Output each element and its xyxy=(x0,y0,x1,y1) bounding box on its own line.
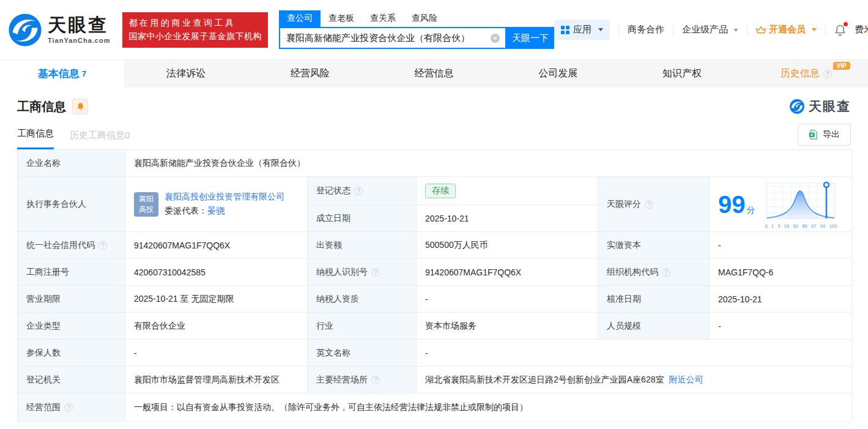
search-button[interactable]: 天眼一下 xyxy=(506,27,554,49)
help-icon[interactable] xyxy=(662,268,670,277)
table-row: 统一社会信用代码 91420607MAG1F7QQ6X 出资额 500500万人… xyxy=(18,232,851,259)
divider xyxy=(618,25,619,35)
user-menu[interactable]: 费米 xyxy=(855,24,868,35)
tab-history-info[interactable]: VIP 历史信息 xyxy=(744,60,868,88)
chevron-down-icon xyxy=(733,29,738,32)
executive-partner-cell: 襄阳 高投 襄阳高投创业投资管理有限公司 委派代表：晏骁 xyxy=(125,177,308,231)
table-row: 经营范围 一般项目：以自有资金从事投资活动。（除许可业务外，可自主依法经营法律法… xyxy=(18,394,851,421)
field-label: 主要经营场所 xyxy=(308,367,417,393)
partner-company-link[interactable]: 襄阳高投创业投资管理有限公司 xyxy=(165,192,284,203)
section-header: 工商信息 天眼查 xyxy=(0,88,868,115)
tab-intellectual-property[interactable]: 知识产权 xyxy=(620,60,744,88)
tab-basic-info[interactable]: 基本信息 7 xyxy=(0,60,124,88)
staff-size-value: - xyxy=(710,313,851,339)
field-label: 统一社会信用代码 xyxy=(18,232,125,258)
enterprise-label: 企业级产品 xyxy=(682,24,728,34)
company-type-value: 有限合伙企业 xyxy=(125,313,308,339)
divider xyxy=(825,25,826,35)
tab-legal-proceedings[interactable]: 法律诉讼 xyxy=(124,60,248,88)
notifications-bell-icon[interactable] xyxy=(834,24,846,36)
tab-label: 知识产权 xyxy=(662,67,702,80)
apps-menu-button[interactable]: 应用 xyxy=(554,20,610,40)
score-tick: 0 xyxy=(765,223,768,229)
logo-name: 天眼查 xyxy=(48,16,110,34)
field-label: 纳税人识别号 xyxy=(308,259,417,285)
search-tab-boss[interactable]: 查老板 xyxy=(321,10,362,27)
taxpayer-id-value: 91420607MAG1F7QQ6X xyxy=(417,259,598,285)
score-tick: 97 xyxy=(811,223,817,229)
field-label: 组织机构代码 xyxy=(598,259,710,285)
nav-enterprise-products[interactable]: 企业级产品 xyxy=(682,24,738,35)
score-distribution-chart: 0131550859799100 xyxy=(765,179,839,229)
search-tab-risk[interactable]: 查风险 xyxy=(404,10,445,27)
export-button[interactable]: 导出 xyxy=(798,124,851,146)
field-label: 经营范围 xyxy=(18,394,125,421)
tianyancha-logo[interactable]: 天眼查 TianYanCha.com xyxy=(7,12,110,48)
promo-banner: 都在用的商业查询工具 国家中小企业发展子基金旗下机构 xyxy=(122,12,268,48)
business-info-table: 企业名称 襄阳高新储能产业投资合伙企业（有限合伙） 执行事务合伙人 襄阳 高投 … xyxy=(17,149,852,422)
tianyancha-logo-icon xyxy=(7,12,43,48)
tab-label: 经营风险 xyxy=(291,67,330,80)
export-label: 导出 xyxy=(823,129,840,140)
help-icon[interactable] xyxy=(98,241,107,250)
monitor-bell-icon[interactable] xyxy=(72,99,88,114)
credit-code-value: 91420607MAG1F7QQ6X xyxy=(125,232,308,258)
help-icon[interactable] xyxy=(354,187,363,195)
header-nav: 应用 商务合作 企业级产品 开通会员 费米 xyxy=(554,20,868,40)
score-axis: 0131550859799100 xyxy=(765,223,837,229)
partner-avatar[interactable]: 襄阳 高投 xyxy=(134,192,158,217)
company-name-value: 襄阳高新储能产业投资合伙企业（有限合伙） xyxy=(125,150,851,176)
help-icon[interactable] xyxy=(371,376,380,384)
field-label: 英文名称 xyxy=(308,340,417,366)
search-tab-relation[interactable]: 查关系 xyxy=(362,10,404,27)
score-tick: 99 xyxy=(820,223,825,229)
search-input[interactable] xyxy=(280,28,482,48)
chevron-down-icon xyxy=(812,28,817,31)
vip-badge: VIP xyxy=(833,62,850,70)
table-row: 营业期限 2025-10-21 至 无固定期限 纳税人资质 - 核准日期 202… xyxy=(18,286,851,313)
tab-company-development[interactable]: 公司发展 xyxy=(496,60,620,88)
open-vip-button[interactable]: 开通会员 xyxy=(756,24,817,35)
field-label: 成立日期 xyxy=(308,204,417,231)
org-code-value: MAG1F7QQ-6 xyxy=(710,259,851,285)
subtab-history-business-info[interactable]: 历史工商信息0 xyxy=(70,130,130,149)
field-label: 参保人数 xyxy=(18,340,125,366)
field-label: 人员规模 xyxy=(598,313,710,339)
username: 费米 xyxy=(855,24,868,34)
notification-dot xyxy=(844,22,848,26)
tab-business-info[interactable]: 经营信息 xyxy=(372,60,496,88)
score-value: 99分 xyxy=(718,192,755,217)
chevron-down-icon xyxy=(598,28,603,31)
subtab-business-info[interactable]: 工商信息 xyxy=(17,128,54,149)
tab-business-risk[interactable]: 经营风险 xyxy=(248,60,372,88)
help-icon[interactable] xyxy=(64,403,73,412)
capital-value: 500500万人民币 xyxy=(417,232,598,258)
search-block: 查公司 查老板 查关系 查风险 天眼一下 xyxy=(279,10,554,49)
help-icon[interactable] xyxy=(371,268,380,277)
field-label: 实缴资本 xyxy=(598,232,710,258)
tab-label: 经营信息 xyxy=(415,67,454,80)
search-tab-company[interactable]: 查公司 xyxy=(279,10,321,27)
nav-cooperation[interactable]: 商务合作 xyxy=(628,24,664,35)
field-label: 企业名称 xyxy=(18,150,125,176)
help-icon[interactable] xyxy=(645,200,653,209)
paid-capital-value: - xyxy=(710,232,851,258)
establish-date-cell: 2025-10-21 xyxy=(417,204,598,231)
score-tick: 3 xyxy=(777,223,780,229)
apps-label: 应用 xyxy=(573,24,592,35)
score-tick: 1 xyxy=(771,223,774,229)
promo-line2: 国家中小企业发展子基金旗下机构 xyxy=(128,31,262,42)
table-row: 执行事务合伙人 襄阳 高投 襄阳高投创业投资管理有限公司 委派代表：晏骁 登记状… xyxy=(18,177,851,232)
industry-value: 资本市场服务 xyxy=(417,313,598,339)
tyc-score-cell: 99分 xyxy=(710,177,851,231)
score-tick: 85 xyxy=(802,223,807,229)
representative-link[interactable]: 晏骁 xyxy=(207,206,224,215)
clear-search-icon[interactable] xyxy=(491,34,500,43)
tab-label: 法律诉讼 xyxy=(166,67,206,80)
field-label: 纳税人资质 xyxy=(308,286,417,312)
crown-icon xyxy=(756,26,766,34)
help-icon[interactable] xyxy=(823,70,832,78)
business-scope-value: 一般项目：以自有资金从事投资活动。（除许可业务外，可自主依法经营法律法规非禁止或… xyxy=(125,394,851,421)
nearby-companies-link[interactable]: 附近公司 xyxy=(669,375,703,386)
field-label: 登记机关 xyxy=(18,367,125,393)
